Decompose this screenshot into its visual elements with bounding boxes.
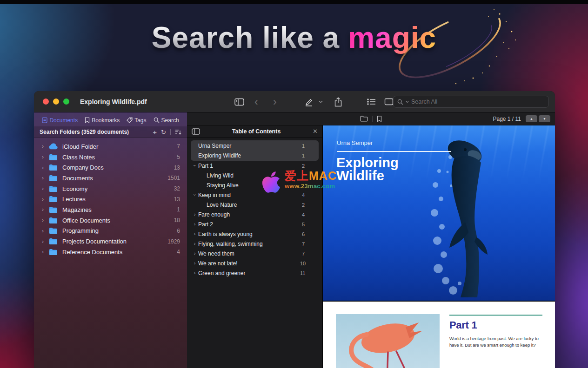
- toc-chevron-icon[interactable]: ›: [199, 183, 207, 188]
- toc-row[interactable]: › We are not late! 10: [191, 258, 319, 268]
- folder-row[interactable]: › Class Notes 5: [34, 152, 187, 163]
- folder-count: 1501: [167, 175, 180, 181]
- toc-chevron-icon[interactable]: ›: [191, 222, 198, 227]
- toc-item-label: Staying Alive: [207, 182, 300, 189]
- panel-toggle-icon[interactable]: [192, 128, 200, 135]
- toc-row[interactable]: › Love Nature 2: [191, 200, 319, 210]
- toc-chevron-icon[interactable]: ›: [199, 202, 207, 207]
- chevron-right-icon[interactable]: ›: [42, 228, 49, 234]
- folder-row[interactable]: › Reference Documents 4: [34, 247, 187, 257]
- tab-documents[interactable]: Documents: [42, 117, 78, 124]
- chevron-right-icon[interactable]: ›: [42, 249, 49, 255]
- add-folder-icon[interactable]: +: [153, 128, 157, 136]
- folder-row[interactable]: › Documents 1501: [34, 173, 187, 184]
- folder-name: Projects Documentation: [62, 238, 127, 245]
- toc-row[interactable]: › Living Wild: [191, 171, 319, 180]
- toc-chevron-icon[interactable]: ›: [191, 251, 198, 256]
- tab-bookmarks[interactable]: Bookmarks: [85, 117, 120, 124]
- pdf-page-2: Part 1 World is a heritage from past. We…: [323, 302, 555, 368]
- toc-item-label: We are not late!: [198, 260, 300, 267]
- main-content: Table of Contents ✕ › Urna Semper 1 › Ex…: [187, 125, 555, 368]
- tab-search[interactable]: Search: [154, 117, 179, 124]
- zoom-window-button[interactable]: [63, 99, 69, 105]
- chevron-right-icon[interactable]: ›: [42, 154, 49, 160]
- toc-chevron-icon[interactable]: ›: [191, 143, 198, 148]
- search-scope-chevron-icon: [406, 101, 409, 103]
- back-icon[interactable]: ‹: [254, 91, 258, 112]
- single-page-view-icon[interactable]: [384, 91, 394, 112]
- toc-row[interactable]: › Flying, walking, swimming 7: [191, 239, 319, 249]
- toc-item-page: 2: [300, 202, 319, 208]
- toc-row[interactable]: › Green and greener 11: [191, 268, 319, 278]
- chevron-right-icon[interactable]: ›: [42, 164, 49, 171]
- folder-row[interactable]: › Economy 32: [34, 184, 187, 194]
- forward-icon[interactable]: ›: [273, 91, 277, 112]
- window-title: Exploring Wildlife.pdf: [80, 98, 147, 105]
- close-toc-icon[interactable]: ✕: [313, 128, 318, 135]
- refresh-icon[interactable]: ↻: [161, 129, 166, 136]
- chevron-right-icon[interactable]: ›: [42, 185, 49, 192]
- bookmark-outline-icon[interactable]: [377, 116, 382, 122]
- content-topbar: Page 1 / 11 ▲ ▼: [187, 112, 555, 125]
- toc-list-view-icon[interactable]: [367, 91, 376, 112]
- folder-icon: [49, 206, 58, 213]
- close-window-button[interactable]: [43, 99, 49, 105]
- toolbar-search-field[interactable]: [393, 96, 549, 108]
- folder-icon: [49, 217, 58, 224]
- chevron-right-icon[interactable]: ›: [42, 143, 49, 150]
- folder-row[interactable]: › iCloud Folder 7: [34, 141, 187, 152]
- folder-icon: [49, 185, 58, 192]
- toc-chevron-icon[interactable]: ›: [199, 173, 207, 178]
- folder-row[interactable]: › Projects Documentation 1929: [34, 236, 187, 247]
- minimize-window-button[interactable]: [53, 99, 59, 105]
- folder-row[interactable]: › Office Documents 18: [34, 215, 187, 226]
- chevron-right-icon[interactable]: ›: [42, 175, 49, 181]
- search-input[interactable]: [411, 99, 545, 105]
- folder-name: Economy: [62, 185, 87, 192]
- toc-row[interactable]: › Keep in mind 4: [191, 190, 319, 200]
- toc-header: Table of Contents ✕: [187, 125, 322, 138]
- toc-row[interactable]: › Earth is always young 6: [191, 229, 319, 239]
- toc-row[interactable]: › Part 2 5: [191, 219, 319, 229]
- page-up-button[interactable]: ▲: [526, 115, 537, 122]
- flamingo-photo: [336, 314, 440, 368]
- chevron-right-icon[interactable]: ›: [42, 238, 49, 245]
- tab-label: Search: [161, 117, 179, 124]
- toc-row[interactable]: › We need them 7: [191, 249, 319, 258]
- chevron-right-icon[interactable]: ›: [42, 196, 49, 203]
- toc-row[interactable]: › Urna Semper 1: [191, 141, 319, 151]
- folder-icon: [49, 249, 58, 256]
- bookmark-icon: [85, 117, 90, 123]
- toc-row[interactable]: › Fare enough 4: [191, 210, 319, 219]
- folder-row[interactable]: › Company Docs 13: [34, 162, 187, 173]
- toc-chevron-icon[interactable]: ›: [191, 231, 198, 237]
- toc-chevron-icon[interactable]: ›: [191, 241, 198, 246]
- markup-pencil-icon[interactable]: [304, 91, 314, 112]
- toc-chevron-icon[interactable]: ›: [191, 153, 198, 158]
- chevron-right-icon[interactable]: ›: [42, 217, 49, 223]
- folder-row[interactable]: › Magazines 1: [34, 204, 187, 215]
- tab-tags[interactable]: Tags: [127, 117, 146, 124]
- folder-name: Programming: [62, 227, 99, 234]
- toc-chevron-icon[interactable]: ›: [191, 270, 198, 276]
- toc-chevron-icon[interactable]: ›: [191, 212, 198, 217]
- folder-count: 6: [177, 228, 180, 234]
- toc-row[interactable]: › Staying Alive: [191, 180, 319, 190]
- chevron-right-icon[interactable]: ›: [42, 206, 49, 213]
- toc-chevron-icon[interactable]: ›: [191, 192, 198, 197]
- toc-chevron-icon[interactable]: ›: [191, 261, 198, 266]
- markup-chevron-down-icon[interactable]: [319, 91, 323, 112]
- pdf-preview[interactable]: Urna Semper Exploring Wildlife: [323, 125, 555, 368]
- toc-item-label: Exploring Wildlife: [198, 152, 300, 159]
- toc-row[interactable]: › Exploring Wildlife 1: [191, 151, 319, 160]
- sort-icon[interactable]: [175, 129, 181, 135]
- toc-row[interactable]: › Part 1 2: [191, 161, 319, 171]
- sidebar-toggle-icon[interactable]: [234, 91, 244, 112]
- folder-row[interactable]: › Programming 6: [34, 226, 187, 237]
- page-down-button[interactable]: ▼: [539, 115, 550, 122]
- share-icon[interactable]: [334, 91, 342, 112]
- thumbnails-folder-icon[interactable]: [360, 116, 368, 122]
- toc-chevron-icon[interactable]: ›: [191, 163, 198, 168]
- toc-item-page: 11: [300, 270, 319, 276]
- folder-row[interactable]: › Lectures 13: [34, 194, 187, 204]
